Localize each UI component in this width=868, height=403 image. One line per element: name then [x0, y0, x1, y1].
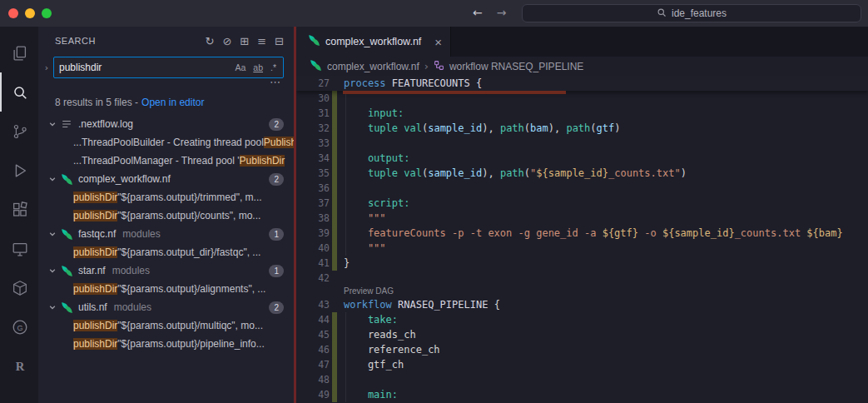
view-as-list-icon[interactable]: ≡: [257, 35, 266, 47]
back-button[interactable]: ←: [473, 6, 483, 19]
search-input-box: Aaab.*: [53, 57, 284, 78]
match-after-text: "${params.output_dir}/fastqc", ...: [117, 246, 260, 258]
toggle-replace-chevron-icon[interactable]: ›: [40, 57, 53, 78]
activity-bar-item-remote-explorer[interactable]: [0, 229, 38, 268]
line-number: 32: [296, 121, 330, 136]
log-file-icon: [61, 118, 77, 130]
line-content: tuple val(sample_id), path(bam), path(gt…: [337, 121, 620, 136]
line-content: output:: [337, 151, 409, 166]
open-in-editor-link[interactable]: Open in editor: [141, 97, 204, 108]
activity-bar-item-containers[interactable]: [0, 268, 38, 307]
sticky-underline-decoration: [343, 91, 566, 94]
line-content: [337, 181, 344, 196]
open-new-search-editor-icon[interactable]: ⊞: [240, 35, 249, 47]
search-match-row[interactable]: ...ThreadPoolBuilder - Creating thread p…: [38, 133, 294, 152]
line-content: featureCounts -p -t exon -g gene_id -a $…: [337, 226, 843, 241]
search-icon: [657, 7, 667, 20]
activity-bar-item-gitlens[interactable]: G: [0, 307, 38, 346]
chevron-down-icon[interactable]: [48, 303, 61, 311]
file-folder-suffix: modules: [122, 228, 160, 240]
workbench: GR SEARCH ↻⊘⊞≡⊟ › Aaab.* ⋯ 8 results in …: [0, 27, 868, 403]
forward-button[interactable]: →: [497, 6, 507, 19]
activity-bar-item-source-control[interactable]: [0, 112, 38, 151]
file-name: fastqc.nf: [78, 228, 116, 240]
activity-bar-item-search[interactable]: [0, 72, 38, 112]
search-result-file-utils-nf[interactable]: utils.nfmodules2: [38, 298, 294, 316]
search-input[interactable]: [54, 62, 232, 73]
match-case-toggle[interactable]: Aa: [232, 62, 248, 73]
line-content: workflow RNASEQ_PIPELINE {: [337, 297, 500, 312]
close-window-button[interactable]: [8, 8, 18, 18]
search-match-row[interactable]: publishDir "${params.output}/trimmed", m…: [38, 188, 294, 206]
whole-word-toggle[interactable]: ab: [250, 62, 265, 73]
match-highlight: publishDir: [73, 283, 117, 295]
refresh-icon[interactable]: ↻: [205, 35, 214, 47]
extensions-icon: [11, 201, 29, 219]
code-line-38: 38 """: [296, 211, 868, 226]
search-match-row[interactable]: publishDir "${params.output}/pipeline_in…: [38, 335, 294, 353]
match-after-text: "${params.output}/alignments", ...: [117, 283, 265, 295]
nextflow-file-icon: [61, 265, 77, 277]
gitlens-icon: G: [11, 318, 29, 336]
search-sidebar: SEARCH ↻⊘⊞≡⊟ › Aaab.* ⋯ 8 results in 5 f…: [38, 27, 294, 403]
code-line-42: 42: [296, 271, 868, 286]
collapse-all-icon[interactable]: ⊟: [275, 35, 284, 47]
activity-bar-item-r-language[interactable]: R: [0, 346, 38, 386]
maximize-window-button[interactable]: [42, 8, 52, 18]
match-highlight: PublishDir: [240, 155, 285, 167]
code-lines: 3031 input:32 tuple val(sample_id), path…: [296, 91, 868, 402]
result-count-badge: 2: [269, 173, 284, 186]
code-editor[interactable]: 27process FEATURECOUNTS { 3031 input:32 …: [296, 76, 868, 403]
search-match-row[interactable]: publishDir "${params.output}/counts", mo…: [38, 206, 294, 225]
nextflow-file-icon: [308, 34, 320, 49]
r-language-icon: R: [11, 357, 29, 376]
file-name: complex_workflow.nf: [78, 173, 171, 185]
chevron-down-icon[interactable]: [48, 175, 61, 183]
search-match-row[interactable]: ...ThreadPoolManager - Thread pool 'Publ…: [38, 152, 294, 170]
search-icon: [11, 83, 29, 102]
nextflow-file-icon: [61, 228, 77, 241]
line-number: 27: [296, 76, 330, 91]
tab-complex-workflow-nf[interactable]: complex_workflow.nf ×: [296, 27, 451, 57]
breadcrumb-symbol[interactable]: workflow RNASEQ_PIPELINE: [449, 61, 583, 72]
activity-bar-item-extensions[interactable]: [0, 190, 38, 229]
line-content: [337, 372, 344, 387]
line-content: """: [337, 241, 386, 256]
chevron-down-icon[interactable]: [48, 120, 61, 128]
sticky-scroll-line[interactable]: 27process FEATURECOUNTS {: [296, 76, 868, 91]
file-folder-suffix: modules: [112, 265, 150, 276]
chevron-down-icon[interactable]: [48, 266, 61, 275]
command-center-search[interactable]: ide_features: [522, 4, 861, 22]
clear-search-results-icon[interactable]: ⊘: [222, 35, 231, 47]
codelens-preview-dag[interactable]: Preview DAG: [296, 286, 868, 297]
search-match-row[interactable]: publishDir "${params.output_dir}/fastqc"…: [38, 243, 294, 261]
search-result-file-complex-workflow-nf[interactable]: complex_workflow.nf2: [38, 170, 294, 188]
regex-toggle[interactable]: .*: [268, 62, 279, 73]
search-options: Aaab.*: [232, 62, 283, 73]
chevron-down-icon[interactable]: [48, 230, 61, 238]
activity-bar-item-explorer[interactable]: [0, 33, 38, 72]
search-result-file-star-nf[interactable]: star.nfmodules1: [38, 261, 294, 280]
nextflow-file-icon: [61, 173, 77, 186]
search-result-file-nextflow-log[interactable]: .nextflow.log2: [38, 115, 294, 133]
line-content: script:: [337, 196, 409, 211]
line-number: 38: [296, 211, 330, 226]
search-match-row[interactable]: publishDir "${params.output}/alignments"…: [38, 280, 294, 298]
file-name: star.nf: [78, 265, 106, 276]
line-content: take:: [337, 312, 398, 327]
search-result-file-fastqc-nf[interactable]: fastqc.nfmodules1: [38, 225, 294, 243]
close-tab-icon[interactable]: ×: [434, 35, 442, 49]
editor-group: complex_workflow.nf × complex_workflow.n…: [296, 27, 868, 403]
breadcrumb-file[interactable]: complex_workflow.nf: [327, 61, 419, 72]
search-match-row[interactable]: publishDir "${params.output}/multiqc", m…: [38, 316, 294, 335]
code-line-39: 39 featureCounts -p -t exon -g gene_id -…: [296, 226, 868, 241]
line-content: gtf_ch: [337, 357, 404, 372]
activity-bar-item-run-and-debug[interactable]: [0, 151, 38, 190]
result-count-badge: 1: [269, 265, 284, 277]
code-line-37: 37 script:: [296, 196, 868, 211]
line-number: 40: [296, 241, 330, 256]
line-content: reference_ch: [337, 342, 440, 357]
sticky-line-content: process FEATURECOUNTS {: [337, 76, 482, 91]
minimize-window-button[interactable]: [25, 8, 35, 18]
toggle-search-details[interactable]: ⋯: [270, 76, 280, 88]
